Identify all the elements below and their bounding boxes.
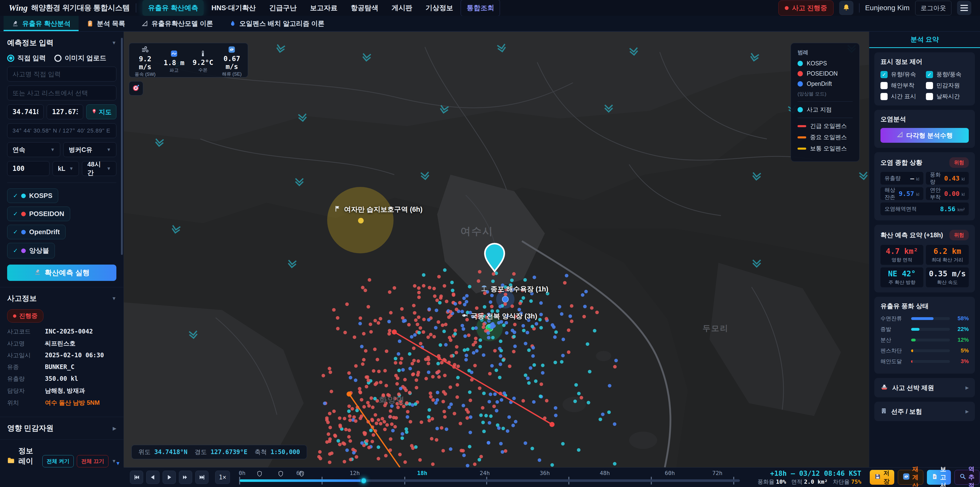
run-prediction-button[interactable]: 확산예측 실행 [7, 265, 116, 281]
menu-button[interactable] [957, 1, 971, 15]
timeline-label-0h[interactable]: 0h [239, 470, 246, 476]
timeline-thumb[interactable] [361, 477, 367, 484]
nav-item-7[interactable]: 통합조회 [461, 0, 500, 16]
timeline-label-18h[interactable]: 18h [417, 470, 428, 476]
sidebar-scrollbar[interactable] [121, 38, 123, 255]
timeline-label-24h[interactable]: 24h [480, 470, 490, 476]
tab-1[interactable]: 분석 목록 [79, 16, 133, 31]
tab-0[interactable]: 유출유 확산분석 [3, 16, 79, 31]
skip-start-button[interactable] [130, 471, 143, 484]
recalculate-button[interactable]: 재계산 [898, 470, 923, 485]
timeline-label-72h[interactable]: 72h [712, 470, 722, 476]
report-button[interactable]: 보고서 [927, 470, 951, 485]
analysis-panel: 분석 요약 표시 정보 제어 ✓유향/유속✓풍향/풍속해안부착민감자원시간 표시… [869, 32, 980, 467]
wetland-annotation[interactable]: 여자만 습지보호구역 (6h) [334, 205, 423, 214]
nav-item-6[interactable]: 기상정보 [420, 0, 458, 16]
fast-forward-button[interactable] [179, 471, 192, 484]
tab-2[interactable]: 유출유확산모델 이론 [133, 16, 221, 31]
collapse-icon[interactable]: ▼ [111, 40, 116, 46]
weathering-state-card: 유출유 풍화 상태 수면잔류58%증발22%분산12%펜스차단5%해안도달3% [874, 297, 975, 374]
display-option-날짜시간[interactable]: 날짜시간 [926, 93, 969, 101]
timeline[interactable]: 0h6h12h18h24h36h48h60h72h [240, 468, 740, 487]
bar-track [911, 339, 950, 342]
display-option-해안부착[interactable]: 해안부착 [880, 81, 923, 89]
display-option-민감자원[interactable]: 민감자원 [926, 81, 969, 89]
shield-marker-icon[interactable] [257, 471, 262, 478]
playback-speed-button[interactable]: 1× [215, 471, 230, 484]
nav-item-4[interactable]: 항공탐색 [345, 0, 384, 16]
play-button[interactable] [162, 471, 176, 484]
model-toggle-KOSPS[interactable]: ✓KOSPS [7, 188, 58, 203]
weathering-row-펜스차단: 펜스차단5% [880, 347, 969, 354]
incident-list-input[interactable] [7, 86, 116, 101]
fence-endpoint[interactable] [549, 422, 555, 427]
logout-button[interactable]: 로그아웃 [915, 1, 951, 15]
nav-item-1[interactable]: HNS·대기확산 [206, 0, 261, 16]
map-button-label: 지도 [99, 108, 111, 116]
timeline-label-12h[interactable]: 12h [350, 470, 360, 476]
map-canvas[interactable]: 여수시 화양면 두모리 [124, 32, 869, 467]
skip-end-button[interactable] [195, 471, 208, 484]
notifications-button[interactable] [839, 1, 853, 15]
duration-select[interactable]: 48시간▼ [82, 161, 116, 176]
shield-marker-icon[interactable] [299, 471, 304, 478]
wetland-point[interactable] [358, 218, 364, 224]
pick-on-map-button[interactable]: 지도 [86, 104, 116, 119]
direct-input-radio[interactable]: 직접 입력 [7, 54, 46, 62]
display-control-card: 표시 정보 제어 ✓유향/유속✓풍향/풍속해안부착민감자원시간 표시날짜시간 [874, 52, 975, 105]
nav-item-3[interactable]: 보고자료 [304, 0, 343, 16]
collapse-icon[interactable]: ▼ [111, 296, 116, 301]
image-upload-radio[interactable]: 이미지 업로드 [54, 54, 106, 62]
model-toggle-앙상블[interactable]: ✓앙상블 [7, 243, 55, 259]
bar-fill [911, 349, 913, 352]
polygon-analysis-button[interactable]: 다각형 분석수행 [880, 128, 969, 143]
longitude-input[interactable] [47, 104, 83, 119]
model-toggle-POSEIDON[interactable]: ✓POSEIDON [7, 207, 70, 221]
map-area[interactable]: 여수시 화양면 두모리 9.2 m/s풍속 (SW)1.8 m파고9.2°C수온… [124, 32, 869, 467]
owner-insurance-card[interactable]: 선주 / 보험 ▶ [874, 402, 975, 421]
display-option-풍향/풍속[interactable]: ✓풍향/풍속 [926, 70, 969, 78]
incident-name-input[interactable] [7, 67, 116, 81]
tile-value: NE 42° [888, 269, 916, 278]
metric-value: 0.67 m/s [218, 55, 246, 70]
shield-marker-icon[interactable] [278, 471, 283, 478]
incident-active-badge[interactable]: 사고 진행중 [778, 0, 833, 16]
target-icon [132, 84, 140, 93]
step-back-button[interactable] [146, 471, 159, 484]
farm-annotation[interactable]: 국동 전복 양식장 (3h) [461, 311, 537, 321]
timeline-track[interactable] [240, 479, 740, 482]
timeline-label-36h[interactable]: 36h [540, 470, 550, 476]
tab-analysis-summary[interactable]: 분석 요약 [869, 32, 980, 48]
timeline-label-48h[interactable]: 48h [600, 470, 610, 476]
annotation-label: 국동 전복 양식장 (3h) [471, 311, 537, 321]
model-label: KOSPS [29, 192, 52, 200]
fence-endpoint[interactable] [347, 391, 352, 397]
layers-all-off-button[interactable]: 전체 끄기 [77, 455, 108, 467]
save-button[interactable]: 저장 [870, 470, 894, 485]
weathering-row-해안도달: 해안도달3% [880, 358, 969, 365]
layers-all-on-button[interactable]: 전체 켜기 [42, 455, 74, 467]
expand-icon[interactable]: ▶ [113, 425, 116, 431]
model-toggle-OpenDrift[interactable]: ✓OpenDrift [7, 225, 65, 239]
tab-3[interactable]: 오일펜스 배치 알고리즘 이론 [221, 16, 333, 31]
nav-item-0[interactable]: 유출유 확산예측 [142, 0, 204, 16]
checkbox-icon [880, 93, 888, 100]
latitude-input[interactable] [7, 104, 44, 119]
oil-type-select[interactable]: 벙커C유▼ [63, 142, 116, 157]
amount-input[interactable] [7, 161, 49, 176]
spill-type-select[interactable]: 연속▼ [7, 142, 60, 157]
beach-point[interactable] [502, 296, 508, 302]
fence-endpoint[interactable] [392, 329, 397, 335]
vessel-spec-card[interactable]: 사고 선박 제원 ▶ [874, 378, 975, 398]
bar-percent: 22% [954, 326, 969, 332]
beach-annotation[interactable]: 종포 해수욕장 (1h) [480, 284, 549, 294]
unit-select[interactable]: kL▼ [52, 161, 79, 176]
timeline-label-60h[interactable]: 60h [665, 470, 675, 476]
metric-value: 9.2 m/s [130, 55, 159, 71]
recenter-target-button[interactable] [129, 81, 143, 96]
backtrack-button[interactable]: 역추적 [955, 470, 980, 485]
display-option-유향/유속[interactable]: ✓유향/유속 [880, 70, 923, 78]
nav-item-5[interactable]: 게시판 [386, 0, 418, 16]
nav-item-2[interactable]: 긴급구난 [263, 0, 302, 16]
display-option-시간 표시[interactable]: 시간 표시 [880, 93, 923, 101]
